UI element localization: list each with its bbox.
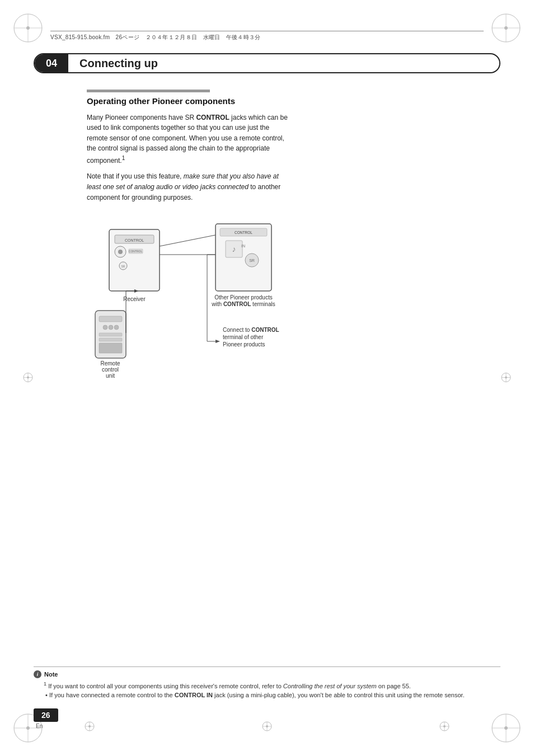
svg-line-41 bbox=[160, 235, 216, 246]
svg-rect-44 bbox=[99, 316, 122, 322]
svg-text:♪: ♪ bbox=[232, 245, 236, 253]
section-heading-bar bbox=[87, 90, 210, 92]
svg-rect-48 bbox=[99, 333, 122, 336]
corner-mark-br bbox=[489, 711, 523, 745]
side-mark-left bbox=[22, 372, 34, 384]
svg-point-45 bbox=[103, 325, 107, 330]
chapter-number: 04 bbox=[35, 53, 68, 73]
side-mark-right bbox=[500, 372, 512, 384]
svg-text:IN: IN bbox=[241, 244, 245, 248]
svg-text:Pioneer products: Pioneer products bbox=[223, 341, 265, 348]
footnote-area: i Note 1 If you want to control all your… bbox=[34, 666, 500, 700]
svg-rect-49 bbox=[99, 338, 122, 341]
svg-marker-60 bbox=[216, 340, 220, 343]
svg-point-47 bbox=[114, 325, 119, 330]
svg-text:CONTROL: CONTROL bbox=[129, 250, 143, 253]
other-products-label: Other Pioneer products bbox=[214, 294, 272, 300]
svg-text:CONTROL: CONTROL bbox=[235, 231, 252, 234]
chapter-title: Connecting up bbox=[68, 57, 158, 70]
chapter-header: 04 Connecting up bbox=[34, 53, 500, 73]
body-paragraph-2: Note that if you use this feature, make … bbox=[87, 171, 288, 203]
meta-bar-text: VSX_815-915.book.fm 26ページ ２０４年１２月８日 水曜日 … bbox=[50, 34, 484, 41]
svg-text:SR: SR bbox=[249, 259, 255, 262]
receiver-label: Receiver bbox=[123, 296, 146, 302]
content-area: Operating other Pioneer components Many … bbox=[87, 90, 447, 388]
body-paragraph-1: Many Pioneer components have SR CONTROL … bbox=[87, 112, 288, 166]
svg-text:control: control bbox=[102, 367, 119, 373]
svg-rect-50 bbox=[99, 343, 122, 353]
bottom-mark-center bbox=[261, 721, 273, 734]
connect-label: Connect to CONTROL bbox=[223, 327, 279, 333]
corner-mark-tr bbox=[489, 11, 523, 45]
remote-label: Remote bbox=[100, 360, 120, 367]
note-icon: i bbox=[34, 670, 41, 678]
footnote-title: i Note bbox=[34, 670, 500, 678]
svg-point-28 bbox=[118, 250, 123, 254]
svg-text:unit: unit bbox=[106, 373, 115, 379]
svg-text:terminal of other: terminal of other bbox=[223, 334, 264, 340]
diagram-area: CONTROL CONTROL SR Receiver CONTROL ♪ IN… bbox=[87, 213, 322, 388]
page-lang: En bbox=[36, 723, 58, 729]
corner-mark-tl bbox=[11, 11, 45, 45]
svg-text:CONTROL: CONTROL bbox=[125, 238, 144, 242]
connection-diagram: CONTROL CONTROL SR Receiver CONTROL ♪ IN… bbox=[87, 213, 322, 386]
bottom-mark-right bbox=[439, 721, 450, 734]
svg-text:with CONTROL terminals: with CONTROL terminals bbox=[211, 301, 275, 307]
svg-text:SR: SR bbox=[121, 265, 125, 268]
top-bar: VSX_815-915.book.fm 26ページ ２０４年１２月８日 水曜日 … bbox=[50, 31, 484, 41]
footnote-line-1: 1 If you want to control all your compon… bbox=[34, 680, 500, 691]
section-title: Operating other Pioneer components bbox=[87, 96, 447, 107]
footnote-line-2: • If you have connected a remote control… bbox=[34, 691, 500, 700]
svg-point-46 bbox=[109, 325, 113, 330]
page-number-area: 26 En bbox=[34, 708, 58, 729]
bottom-mark-left bbox=[84, 721, 95, 734]
page-number: 26 bbox=[34, 708, 58, 722]
